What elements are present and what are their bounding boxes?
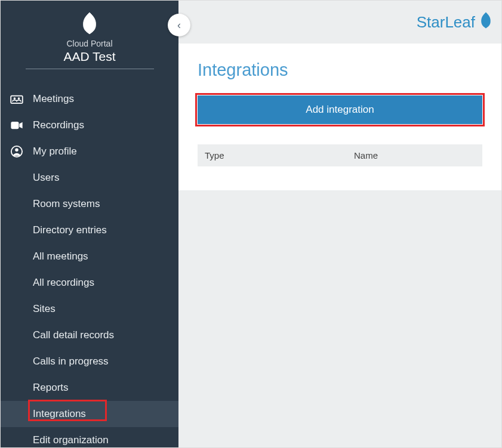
sidebar-item-room-systems[interactable]: Room systems <box>1 191 178 217</box>
column-header-name: Name <box>354 150 475 160</box>
sidebar-item-label: Integrations <box>33 408 167 420</box>
sidebar-item-label: Edit organization <box>33 434 167 446</box>
sidebar-item-my-profile[interactable]: My profile <box>1 138 178 165</box>
add-integration-button[interactable]: Add integration <box>198 95 482 124</box>
sidebar-item-all-recordings[interactable]: All recordings <box>1 270 178 296</box>
sidebar-item-label: Reports <box>33 382 167 394</box>
sidebar-item-edit-organization[interactable]: Edit organization <box>1 427 178 447</box>
sidebar-item-label: All recordings <box>33 277 167 289</box>
profile-icon <box>9 146 24 157</box>
column-header-type: Type <box>205 150 354 160</box>
leaf-logo-icon <box>80 11 99 35</box>
sidebar-header: Cloud Portal AAD Test <box>1 1 178 75</box>
svg-rect-0 <box>11 96 23 103</box>
app-root: Cloud Portal AAD Test Meetings Recording… <box>0 0 502 448</box>
portal-label: Cloud Portal <box>13 39 167 48</box>
org-underline <box>26 69 154 69</box>
sidebar-item-label: Meetings <box>33 93 167 105</box>
svg-point-2 <box>18 97 20 100</box>
sidebar-item-calls-in-progress[interactable]: Calls in progress <box>1 348 178 375</box>
content-card: Integrations Add integration Type Name <box>178 44 501 190</box>
svg-point-5 <box>15 149 18 152</box>
sidebar-item-label: Sites <box>33 303 167 315</box>
sidebar-nav: Meetings Recordings My profile Users <box>1 86 178 447</box>
sidebar-item-label: Recordings <box>33 119 167 131</box>
sidebar-item-all-meetings[interactable]: All meetings <box>1 243 178 270</box>
sidebar-item-users[interactable]: Users <box>1 165 178 191</box>
svg-rect-3 <box>11 122 19 129</box>
sidebar-item-integrations[interactable]: Integrations <box>1 401 178 427</box>
sidebar-item-reports[interactable]: Reports <box>1 375 178 401</box>
main: StarLeaf Integrations Add integration Ty… <box>178 1 501 447</box>
brand-name: StarLeaf <box>417 13 475 32</box>
add-button-wrap: Add integration <box>198 95 482 124</box>
recordings-icon <box>9 119 24 131</box>
topbar: StarLeaf <box>178 1 501 44</box>
sidebar-item-label: Directory entries <box>33 224 167 236</box>
sidebar-item-label: My profile <box>33 146 167 157</box>
sidebar-item-directory-entries[interactable]: Directory entries <box>1 217 178 243</box>
sidebar-item-recordings[interactable]: Recordings <box>1 112 178 138</box>
meetings-icon <box>9 93 24 105</box>
sidebar-item-label: Call detail records <box>33 329 167 341</box>
org-name: AAD Test <box>13 50 167 69</box>
brand: StarLeaf <box>417 11 494 33</box>
page-title: Integrations <box>198 60 482 80</box>
sidebar-item-sites[interactable]: Sites <box>1 296 178 322</box>
collapse-sidebar-button[interactable]: ‹ <box>168 14 190 36</box>
sidebar: Cloud Portal AAD Test Meetings Recording… <box>1 1 178 447</box>
sidebar-item-label: Users <box>33 172 167 184</box>
table-header: Type Name <box>198 144 482 166</box>
leaf-icon <box>478 11 494 33</box>
sidebar-item-meetings[interactable]: Meetings <box>1 86 178 112</box>
sidebar-item-label: All meetings <box>33 251 167 262</box>
sidebar-item-label: Calls in progress <box>33 356 167 367</box>
chevron-left-icon: ‹ <box>177 19 181 32</box>
svg-point-1 <box>14 97 16 100</box>
sidebar-item-label: Room systems <box>33 198 167 210</box>
sidebar-item-call-detail-records[interactable]: Call detail records <box>1 322 178 348</box>
